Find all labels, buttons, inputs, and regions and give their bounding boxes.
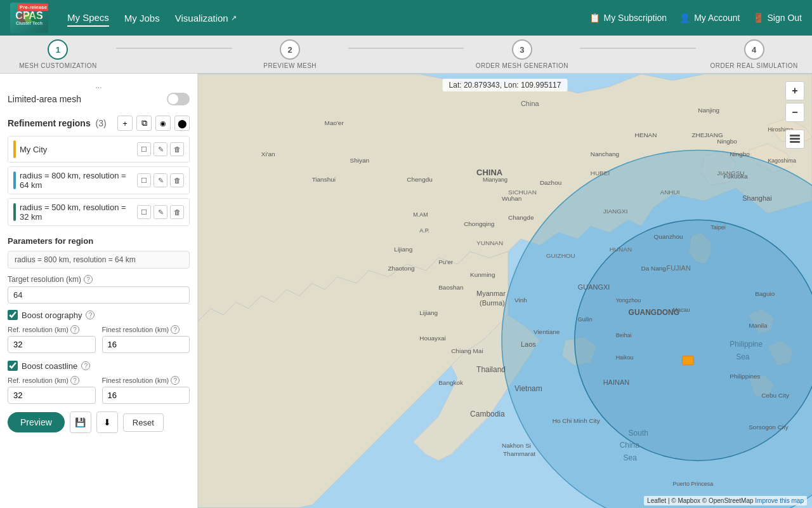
svg-text:Mianyang: Mianyang: [483, 177, 508, 183]
svg-text:HAINAN: HAINAN: [603, 378, 630, 386]
svg-text:China: China: [521, 100, 540, 107]
region-item-0: My City ☐ ✎ 🗑: [8, 136, 190, 163]
stepper: 1 MESH CUSTOMIZATION 2 PREVIEW MESH 3 OR…: [0, 36, 812, 74]
step-1-circle: 1: [48, 39, 68, 60]
account-link[interactable]: 👤 My Account: [679, 13, 740, 23]
limited-area-mesh-label: Limited-area mesh: [8, 94, 81, 104]
svg-text:Manila: Manila: [749, 322, 768, 329]
orography-finest-input[interactable]: [102, 336, 190, 353]
svg-text:Da Nang: Da Nang: [641, 265, 666, 272]
nav-my-specs[interactable]: My Specs: [67, 10, 109, 27]
region-1-edit-btn[interactable]: ✎: [154, 173, 167, 187]
svg-text:Nakhon Si: Nakhon Si: [502, 442, 531, 449]
region-1-select-btn[interactable]: ☐: [137, 173, 151, 187]
svg-text:HUBEI: HUBEI: [591, 170, 610, 177]
params-title: Parameters for region: [8, 236, 190, 246]
subscription-link[interactable]: 📋 My Subscription: [589, 13, 667, 23]
nav-my-jobs[interactable]: My Jobs: [124, 10, 160, 26]
region-2-select-btn[interactable]: ☐: [137, 205, 151, 219]
svg-text:Cambodia: Cambodia: [470, 410, 505, 418]
boost-coastline-help[interactable]: ?: [81, 361, 90, 370]
svg-text:M.AM: M.AM: [413, 211, 428, 218]
coastline-ref-input[interactable]: [8, 387, 96, 404]
svg-text:Sea: Sea: [736, 352, 750, 361]
svg-text:Quanzhou: Quanzhou: [654, 233, 683, 240]
step-1[interactable]: 1 MESH CUSTOMIZATION: [0, 39, 116, 69]
svg-text:Changde: Changde: [508, 214, 534, 221]
svg-rect-83: [790, 138, 800, 140]
zoom-out-button[interactable]: −: [785, 103, 804, 122]
add-region-btn[interactable]: +: [117, 116, 133, 131]
svg-text:Yongzhou: Yongzhou: [616, 297, 641, 304]
region-0-select-btn[interactable]: ☐: [137, 142, 151, 156]
region-1-delete-btn[interactable]: 🗑: [170, 173, 184, 187]
step-2[interactable]: 2 PREVIEW MESH: [232, 39, 348, 69]
connector-3-4: [580, 48, 696, 49]
coast-finest-help[interactable]: ?: [171, 376, 180, 385]
region-2-edit-btn[interactable]: ✎: [154, 205, 167, 219]
svg-text:Philippine: Philippine: [730, 340, 763, 349]
boost-coastline-checkbox[interactable]: [8, 361, 18, 371]
improve-map-link[interactable]: Improve this map: [755, 497, 804, 504]
nav-visualization[interactable]: Visualization ↗: [175, 10, 237, 26]
region-2-delete-btn[interactable]: 🗑: [170, 205, 184, 219]
circle-region-btn[interactable]: ◉: [155, 116, 171, 131]
boost-orography-checkbox[interactable]: [8, 310, 18, 320]
refinement-header: Refinement regions (3) + ⧉ ◉ ⬤: [8, 116, 190, 131]
step-3[interactable]: 3 ORDER MESH GENERATION: [464, 39, 580, 69]
map-area[interactable]: CHINA China JIANGXI FUJIAN GUANGDONG GUA…: [198, 74, 812, 508]
svg-rect-6: [682, 356, 693, 365]
svg-text:HENAN: HENAN: [635, 131, 657, 138]
connector-1-2: [116, 48, 232, 49]
svg-text:Sea: Sea: [624, 453, 638, 462]
svg-text:Dazhou: Dazhou: [540, 179, 561, 186]
svg-text:Vinh: Vinh: [514, 297, 527, 304]
signout-link[interactable]: 🚪 Sign Out: [753, 13, 802, 23]
limited-area-mesh-row: Limited-area mesh: [8, 93, 190, 105]
save-icon-button[interactable]: 💾: [70, 411, 91, 433]
connector-2-3: [348, 48, 464, 49]
svg-text:ANHUI: ANHUI: [660, 189, 679, 196]
filled-circle-btn[interactable]: ⬤: [174, 116, 190, 131]
orography-ref-input[interactable]: [8, 336, 96, 353]
region-0-edit-btn[interactable]: ✎: [154, 142, 167, 156]
svg-rect-82: [790, 135, 800, 137]
svg-text:Fukuoka: Fukuoka: [723, 173, 748, 180]
svg-text:HUNAN: HUNAN: [610, 246, 632, 253]
map-controls: + −: [785, 81, 804, 149]
reset-button[interactable]: Reset: [123, 413, 164, 432]
svg-text:Haikou: Haikou: [616, 354, 634, 361]
boost-orography-help[interactable]: ?: [86, 311, 95, 319]
target-resolution-help[interactable]: ?: [84, 275, 93, 284]
boost-coastline-section: Boost coastline ? Ref. resolution (km) ?…: [8, 361, 190, 404]
svg-text:Pu'er: Pu'er: [438, 258, 454, 265]
svg-text:Kagoshima: Kagoshima: [768, 157, 796, 164]
svg-rect-84: [790, 141, 800, 143]
svg-text:Ho Chi Minh City: Ho Chi Minh City: [553, 417, 600, 424]
map-svg: CHINA China JIANGXI FUJIAN GUANGDONG GUA…: [198, 74, 812, 508]
svg-text:Cebu City: Cebu City: [761, 392, 789, 399]
zoom-in-button[interactable]: +: [785, 81, 804, 100]
download-icon-button[interactable]: ⬇: [96, 411, 118, 433]
svg-text:CHINA: CHINA: [476, 168, 503, 177]
svg-text:Philippines: Philippines: [730, 373, 760, 380]
step-3-circle: 3: [512, 39, 532, 60]
copy-region-btn[interactable]: ⧉: [136, 116, 152, 131]
account-icon: 👤: [679, 13, 690, 23]
coastline-finest-input[interactable]: [102, 387, 190, 404]
limited-area-mesh-toggle[interactable]: [167, 93, 190, 105]
svg-text:JIANGXI: JIANGXI: [603, 208, 628, 215]
svg-text:Ningbo: Ningbo: [730, 150, 750, 157]
step-4[interactable]: 4 ORDER REAL SIMULATION: [696, 39, 812, 69]
coast-ref-help[interactable]: ?: [70, 376, 79, 385]
step-2-circle: 2: [280, 39, 300, 60]
target-resolution-input[interactable]: [8, 286, 190, 304]
oro-finest-help[interactable]: ?: [171, 325, 180, 334]
preview-button[interactable]: Preview: [8, 412, 65, 432]
svg-text:GUANGDONG: GUANGDONG: [629, 308, 679, 317]
region-0-delete-btn[interactable]: 🗑: [170, 142, 184, 156]
logo[interactable]: Pre-release CPAS Cluster Tech: [10, 3, 48, 33]
svg-text:Vietnam: Vietnam: [514, 384, 542, 393]
layers-button[interactable]: [785, 130, 804, 149]
oro-ref-help[interactable]: ?: [70, 325, 79, 334]
